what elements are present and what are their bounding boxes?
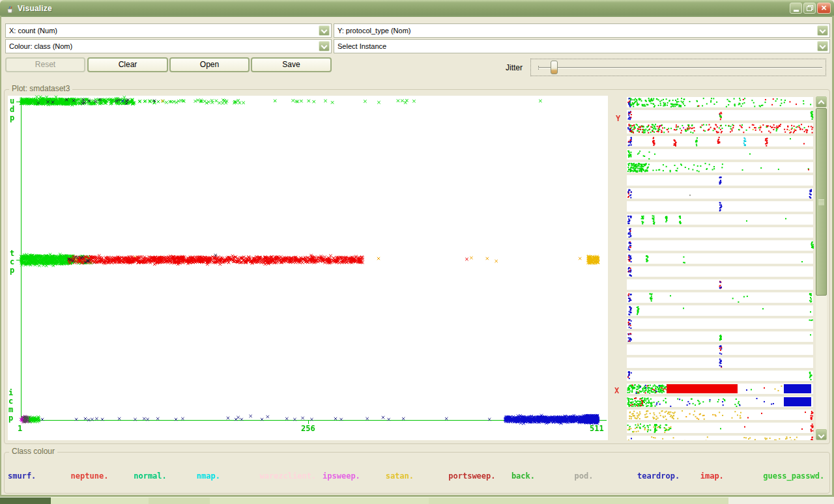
dropdown-arrow-icon[interactable] <box>319 25 330 36</box>
chevron-down-icon <box>818 432 825 439</box>
y-attribute-value: Y: protocol_type (Nom) <box>338 27 411 35</box>
jitter-label: Jitter <box>506 63 523 72</box>
select-instance-value: Select Instance <box>338 42 386 50</box>
jitter-slider-track[interactable] <box>538 67 822 68</box>
visualize-window: Visualize ✕ X: count (Num) Y: protocol_t… <box>0 0 834 504</box>
background-window-segment <box>51 497 149 504</box>
restore-button[interactable] <box>803 3 816 14</box>
background-window-segment <box>728 497 834 504</box>
plot-group-title: Plot: smdataset3 <box>9 85 72 93</box>
dropdown-arrow-icon[interactable] <box>319 41 330 51</box>
colour-attribute-value: Colour: class (Nom) <box>9 42 72 50</box>
class-label-smurf[interactable]: smurf. <box>8 471 71 482</box>
class-label-normal[interactable]: normal. <box>134 471 197 482</box>
attribute-strip-panel[interactable] <box>624 96 814 440</box>
class-label-teardrop[interactable]: teardrop. <box>637 471 700 482</box>
minimize-icon <box>794 10 799 12</box>
x-tick-511: 511 <box>590 424 604 433</box>
background-window-edge <box>0 497 834 504</box>
y-tick-icmp: i c m p <box>8 389 13 423</box>
clear-button[interactable]: Clear <box>87 57 168 72</box>
select-instance-dropdown[interactable]: Select Instance <box>334 39 830 53</box>
scrollbar-grip-icon <box>818 199 824 205</box>
x-attribute-value: X: count (Num) <box>9 27 57 35</box>
class-label-warezclient[interactable]: warezclient. <box>259 471 323 482</box>
close-icon: ✕ <box>821 5 827 12</box>
scroll-down-button[interactable] <box>816 429 827 440</box>
restore-icon <box>807 5 813 11</box>
y-tick-tcp: t c p <box>10 249 14 275</box>
background-window-segment <box>149 497 210 504</box>
chevron-up-icon <box>818 100 825 107</box>
x-attribute-dropdown[interactable]: X: count (Num) <box>5 23 332 38</box>
background-window-segment <box>429 497 728 504</box>
background-window-segment <box>210 497 429 504</box>
jitter-slider[interactable] <box>530 59 826 76</box>
title-bar[interactable]: Visualize ✕ <box>0 0 834 17</box>
scroll-up-button[interactable] <box>816 96 827 107</box>
minimize-button[interactable] <box>790 3 802 14</box>
x-panel-label: X <box>614 386 619 395</box>
class-label-satan[interactable]: satan. <box>386 471 449 482</box>
java-app-icon <box>5 3 15 14</box>
class-colour-title: Class colour <box>9 447 57 456</box>
class-label-nmap[interactable]: nmap. <box>197 471 260 482</box>
save-button[interactable]: Save <box>251 57 332 72</box>
class-label-pod[interactable]: pod. <box>574 471 637 482</box>
open-button[interactable]: Open <box>169 57 250 72</box>
dropdown-arrow-icon[interactable] <box>817 25 828 36</box>
colour-attribute-dropdown[interactable]: Colour: class (Nom) <box>5 39 332 53</box>
x-tick-1: 1 <box>18 424 22 433</box>
window-title: Visualize <box>18 4 52 13</box>
class-label-back[interactable]: back. <box>511 471 575 482</box>
class-colour-legend: smurf.neptune.normal.nmap.warezclient.ip… <box>8 471 826 482</box>
class-label-portsweep[interactable]: portsweep. <box>448 471 511 482</box>
reset-button[interactable]: Reset <box>5 57 85 72</box>
class-label-neptune[interactable]: neptune. <box>71 471 134 482</box>
y-panel-label: Y <box>616 114 620 123</box>
x-tick-256: 256 <box>301 424 315 433</box>
class-label-guess_passwd[interactable]: guess_passwd. <box>763 471 826 482</box>
attribute-panel-scrollbar[interactable] <box>816 96 827 440</box>
class-label-ipsweep[interactable]: ipsweep. <box>323 471 386 482</box>
class-label-imap[interactable]: imap. <box>700 471 764 482</box>
scrollbar-thumb[interactable] <box>816 108 827 296</box>
jitter-slider-thumb[interactable] <box>551 61 558 74</box>
background-window-segment <box>0 497 51 504</box>
y-tick-udp: u d p <box>10 97 14 122</box>
y-attribute-dropdown[interactable]: Y: protocol_type (Nom) <box>334 23 830 38</box>
close-button[interactable]: ✕ <box>817 3 831 14</box>
scatter-plot-area[interactable] <box>8 96 608 440</box>
dropdown-arrow-icon[interactable] <box>817 41 828 51</box>
window-controls: ✕ <box>790 3 831 14</box>
